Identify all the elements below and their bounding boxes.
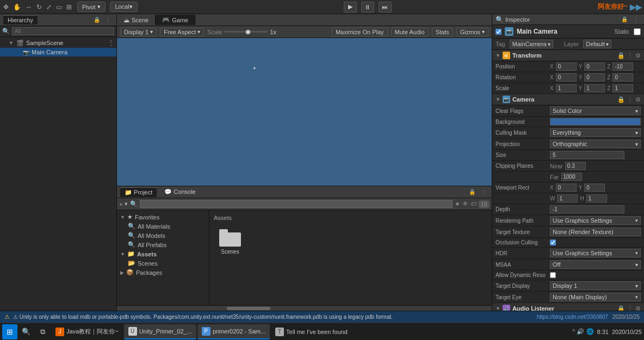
vp-x-input[interactable] — [556, 184, 577, 192]
project-menu[interactable]: ⋮ — [479, 188, 488, 196]
hand-icon[interactable]: ✋ — [12, 2, 22, 12]
scale-z-input[interactable] — [612, 84, 633, 92]
hierarchy-menu[interactable]: ⋮ — [103, 16, 113, 24]
stats-btn[interactable]: Stats — [432, 28, 453, 36]
rot-x-input[interactable] — [556, 73, 577, 81]
local-button[interactable]: Local▾ — [110, 2, 137, 12]
pivot-button[interactable]: Pivot▾ — [77, 2, 106, 12]
msaa-dropdown[interactable]: Off▾ — [550, 260, 641, 269]
audio-listener-header[interactable]: ▼ 🔊 Audio Listener 🔒 ⋮ ⚙ — [492, 303, 644, 311]
scenes-item[interactable]: 📂 Scenes — [117, 259, 209, 268]
unity-app-btn[interactable]: U Unity_Primer_02_... — [124, 324, 196, 339]
target-display-dropdown[interactable]: Display 1▾ — [550, 281, 641, 290]
target-texture-dropdown[interactable]: None (Render Texture) — [550, 228, 641, 236]
background-color-swatch[interactable] — [550, 118, 641, 125]
tell-me-app-btn[interactable]: T Tell me I've been found — [271, 324, 352, 339]
audio-context-icon[interactable]: ⚙ — [635, 305, 641, 311]
static-checkbox[interactable] — [634, 28, 641, 35]
label-icon[interactable]: 🏷 — [470, 200, 476, 208]
project-scrollbar[interactable] — [117, 305, 492, 311]
statusbar-link[interactable]: https://blog.csdn.net/3360807 — [537, 314, 608, 320]
projection-dropdown[interactable]: Orthographic▾ — [550, 140, 641, 148]
rendering-path-dropdown[interactable]: Use Graphics Settings▾ — [550, 216, 641, 225]
hierarchy-item-samplescene[interactable]: ▼ 🎬 SampleScene ⋮ — [0, 38, 116, 48]
rot-y-input[interactable] — [584, 73, 605, 81]
scale-track[interactable] — [224, 31, 268, 33]
assets-item[interactable]: ▼ 📁 Assets — [117, 249, 209, 259]
near-input[interactable] — [565, 162, 586, 170]
scrollbar-thumb[interactable] — [227, 307, 270, 310]
display-btn[interactable]: Display 1 ▾ — [120, 28, 157, 36]
eye-icon[interactable]: 👁 — [462, 200, 468, 208]
inspector-menu[interactable]: ⋮ — [631, 15, 641, 23]
cursor-icon[interactable]: ✥ — [2, 2, 10, 12]
transform-more-icon[interactable]: ⋮ — [627, 52, 633, 59]
aspect-btn[interactable]: Free Aspect ▾ — [160, 28, 204, 36]
favorites-item[interactable]: ▼ ★ Favorites — [117, 212, 209, 222]
assets-folder-btn[interactable]: ▾ — [125, 200, 128, 207]
transform-lock-icon[interactable]: 🔒 — [617, 52, 625, 59]
vp-h-input[interactable] — [586, 194, 607, 203]
size-input[interactable] — [550, 151, 624, 159]
project-lock[interactable]: 🔒 — [467, 188, 478, 196]
pos-y-input[interactable] — [584, 62, 605, 71]
camera-lock-icon[interactable]: 🔒 — [617, 96, 625, 103]
primer-app-btn[interactable]: P primer0202 - Sam... — [197, 324, 270, 339]
hierarchy-item-maincamera[interactable]: 📷 Main Camera — [0, 48, 116, 56]
hierarchy-tab[interactable]: Hierarchy — [3, 15, 38, 24]
allow-dynamic-checkbox[interactable] — [550, 272, 556, 278]
audio-lock-icon[interactable]: 🔒 — [617, 305, 625, 311]
star-icon[interactable]: ★ — [455, 200, 460, 208]
object-enabled-checkbox[interactable] — [496, 29, 501, 35]
culling-mask-dropdown[interactable]: Everything▾ — [550, 128, 641, 137]
occlusion-culling-checkbox[interactable] — [550, 240, 556, 245]
play-button[interactable]: ▶ — [344, 2, 357, 12]
taskview-btn[interactable]: ⧉ — [35, 324, 50, 339]
hierarchy-search-input[interactable] — [12, 27, 114, 35]
scene-tab[interactable]: ⛰ Scene — [117, 15, 156, 25]
tag-dropdown[interactable]: MainCamera▾ — [510, 40, 553, 48]
inspector-tab[interactable]: 🔍 Inspector — [496, 16, 530, 23]
assets-search-input[interactable] — [140, 200, 452, 208]
scale-icon[interactable]: ⤢ — [45, 2, 53, 12]
maximize-btn[interactable]: Maximize On Play — [332, 28, 388, 36]
rot-z-input[interactable] — [612, 73, 633, 81]
move-icon[interactable]: ↔ — [24, 2, 33, 12]
hierarchy-lock[interactable]: 🔒 — [91, 16, 102, 24]
pos-x-input[interactable] — [556, 62, 577, 71]
packages-item[interactable]: ▶ 📦 Packages — [117, 268, 209, 277]
pause-button[interactable]: ⏸ — [361, 2, 374, 12]
start-button[interactable]: ⊞ — [2, 324, 17, 339]
layer-dropdown[interactable]: Default▾ — [583, 40, 611, 48]
console-tab[interactable]: 💬 Console — [160, 187, 200, 197]
transform-section-header[interactable]: ▼ ⊞ Transform 🔒 ⋮ ⚙ — [492, 50, 644, 61]
all-prefabs-item[interactable]: 🔍 All Prefabs — [117, 240, 209, 249]
step-button[interactable]: ⏭ — [379, 2, 392, 12]
vp-y-input[interactable] — [584, 184, 605, 192]
rotate-icon[interactable]: ↻ — [35, 2, 43, 12]
hdr-dropdown[interactable]: Use Graphics Settings▾ — [550, 249, 641, 257]
clear-flags-dropdown[interactable]: Solid Color▾ — [550, 106, 641, 115]
all-materials-item[interactable]: 🔍 All Materials — [117, 222, 209, 231]
all-models-item[interactable]: 🔍 All Models — [117, 231, 209, 240]
pos-z-input[interactable] — [612, 62, 633, 71]
transform-icon[interactable]: ⊞ — [65, 2, 73, 12]
assets-add-btn[interactable]: + — [119, 201, 122, 207]
depth-input[interactable] — [550, 205, 624, 213]
camera-section-header[interactable]: ▼ 📷 Camera 🔒 ⋮ ⚙ — [492, 94, 644, 105]
search-taskbar-btn[interactable]: 🔍 — [18, 324, 34, 339]
camera-context-icon[interactable]: ⚙ — [635, 96, 641, 103]
mute-audio-btn[interactable]: Mute Audio — [391, 28, 429, 36]
audio-more-icon[interactable]: ⋮ — [627, 305, 633, 311]
scenes-folder[interactable]: Scenes — [214, 225, 246, 258]
game-tab[interactable]: 🎮 Game — [156, 15, 195, 25]
vp-w-input[interactable] — [557, 194, 578, 203]
rect-icon[interactable]: ▭ — [55, 2, 63, 12]
transform-context-icon[interactable]: ⚙ — [635, 52, 641, 59]
project-tab[interactable]: 📁 Project — [120, 187, 157, 197]
far-input[interactable] — [561, 173, 582, 181]
gizmos-btn[interactable]: Gizmos ▾ — [456, 28, 488, 36]
scale-x-input[interactable] — [556, 84, 577, 92]
inspector-lock[interactable]: 🔒 — [619, 15, 630, 23]
scale-y-input[interactable] — [584, 84, 605, 92]
